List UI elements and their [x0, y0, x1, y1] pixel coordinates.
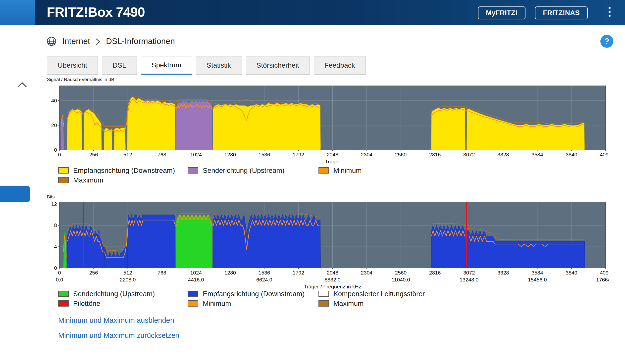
svg-text:3328: 3328: [497, 270, 509, 275]
tab-dsl[interactable]: DSL: [102, 56, 137, 75]
svg-text:0.0: 0.0: [56, 277, 63, 282]
legend-swatch: [318, 167, 329, 174]
tab-störsicherheit[interactable]: Störsicherheit: [246, 56, 310, 75]
legend-swatch: [188, 291, 198, 297]
sidebar-divider: [0, 293, 35, 293]
tab-feedback[interactable]: Feedback: [314, 56, 366, 75]
legend-swatch: [58, 177, 69, 183]
overflow-menu-icon[interactable]: [609, 7, 611, 17]
chevron-right-icon: [96, 37, 101, 46]
snr-spectrum-chart: 0256512768102412801536179220482304256028…: [46, 85, 609, 166]
svg-text:0: 0: [54, 265, 57, 271]
bits-spectrum-chart: 0256512768102412801536179220482304256028…: [46, 201, 609, 291]
svg-text:3584: 3584: [531, 270, 543, 275]
legend-label: Senderichtung (Upstream): [203, 167, 284, 175]
svg-text:3584: 3584: [531, 152, 543, 157]
svg-text:2048: 2048: [327, 270, 338, 275]
svg-text:1792: 1792: [293, 270, 304, 275]
svg-text:13248.0: 13248.0: [460, 277, 478, 282]
svg-text:2560: 2560: [395, 152, 407, 157]
breadcrumb-section[interactable]: Internet: [62, 37, 90, 46]
svg-text:1024: 1024: [190, 270, 202, 275]
svg-text:3840: 3840: [566, 152, 577, 157]
legend-label: Empfangsrichtung (Downstream): [73, 167, 175, 175]
snr-chart-title: Signal / Rausch-Verhältnis in dB: [47, 77, 114, 82]
legend-swatch: [318, 291, 329, 297]
svg-text:768: 768: [157, 152, 166, 157]
svg-text:1536: 1536: [259, 270, 270, 275]
legend-item-maximum: Maximum: [58, 175, 188, 185]
svg-text:768: 768: [157, 270, 166, 275]
svg-text:11040.0: 11040.0: [392, 277, 410, 282]
tab-bar: ÜbersichtDSLSpektrumStatistikStörsicherh…: [47, 56, 366, 75]
svg-text:Träger / Frequenz in kHz: Träger / Frequenz in kHz: [304, 284, 361, 289]
svg-text:3072: 3072: [463, 152, 475, 157]
svg-text:2816: 2816: [429, 152, 441, 157]
legend-item-empfangsrichtung-downstream: Empfangsrichtung (Downstream): [58, 166, 188, 175]
collapse-sidebar-icon[interactable]: [17, 82, 27, 89]
sidebar: [0, 25, 35, 364]
legend-item-empfangsrichtung-downstream: Empfangsrichtung (Downstream): [188, 289, 318, 299]
svg-text:4096: 4096: [600, 152, 609, 157]
svg-text:40: 40: [51, 98, 57, 103]
svg-text:8: 8: [54, 222, 57, 228]
svg-text:8832.0: 8832.0: [324, 277, 340, 282]
svg-text:0: 0: [54, 147, 57, 153]
legend-item-senderichtung-upstream: Senderichtung (Upstream): [188, 166, 318, 175]
myfritz-button[interactable]: MyFRITZ!: [478, 6, 526, 19]
svg-text:3328: 3328: [497, 152, 509, 157]
chart-actions: Minimum und Maximum ausblenden Minimum u…: [58, 316, 179, 340]
legend-item-senderichtung-upstream: Senderichtung (Upstream): [58, 289, 188, 299]
dsl-spektrum-page: { "header": { "title": "FRITZ!Box 7490",…: [0, 0, 625, 364]
svg-text:3072: 3072: [463, 270, 475, 275]
legend-swatch: [58, 167, 69, 174]
svg-text:20: 20: [51, 122, 57, 128]
tab-statistik[interactable]: Statistik: [196, 56, 242, 75]
help-button[interactable]: ?: [600, 35, 613, 48]
svg-text:1536: 1536: [259, 152, 270, 157]
svg-text:12: 12: [51, 201, 57, 207]
legend-label: Kompensierter Leitungsstörer: [333, 290, 425, 298]
legend-item-kompensierter-leitungsstörer: Kompensierter Leitungsstörer: [318, 289, 425, 299]
app-title: FRITZ!Box 7490: [47, 0, 145, 25]
legend-label: Empfangsrichtung (Downstream): [203, 290, 305, 298]
svg-text:256: 256: [89, 152, 98, 157]
svg-text:4416.0: 4416.0: [188, 277, 204, 282]
svg-text:0: 0: [58, 270, 61, 275]
fritznas-button[interactable]: FRITZ!NAS: [535, 6, 588, 19]
svg-text:2560: 2560: [395, 270, 407, 275]
svg-text:1280: 1280: [224, 270, 236, 275]
svg-text:256: 256: [89, 270, 98, 275]
breadcrumb-page: DSL-Informationen: [106, 37, 175, 46]
svg-text:2048: 2048: [327, 152, 338, 157]
svg-text:2304: 2304: [361, 270, 372, 275]
tab-spektrum[interactable]: Spektrum: [141, 56, 192, 75]
sidebar-active-item-internet[interactable]: [0, 186, 30, 202]
legend-label: Minimum: [203, 300, 231, 308]
reset-min-max-link[interactable]: Minimum und Maximum zurücksetzen: [58, 331, 179, 340]
bits-chart-legend: Senderichtung (Upstream)Empfangsrichtung…: [58, 289, 425, 308]
legend-item-minimum: Minimum: [188, 299, 318, 308]
legend-label: Minimum: [333, 167, 362, 175]
legend-label: Maximum: [73, 176, 103, 184]
sidebar-divider: [0, 361, 35, 361]
header-corner-accent: [0, 0, 35, 25]
legend-item-minimum: Minimum: [318, 166, 362, 175]
header-bar: FRITZ!Box 7490 MyFRITZ! FRITZ!NAS: [0, 0, 625, 25]
header-buttons: MyFRITZ! FRITZ!NAS: [478, 6, 588, 19]
tab-übersicht[interactable]: Übersicht: [47, 56, 98, 75]
legend-swatch: [58, 291, 69, 297]
svg-text:512: 512: [123, 152, 132, 157]
svg-text:1024: 1024: [190, 152, 202, 157]
breadcrumb: Internet DSL-Informationen: [46, 34, 175, 48]
hide-min-max-link[interactable]: Minimum und Maximum ausblenden: [58, 316, 179, 324]
legend-swatch: [58, 300, 69, 307]
svg-text:2304: 2304: [361, 152, 372, 157]
svg-text:6624.0: 6624.0: [256, 277, 272, 282]
svg-text:1792: 1792: [293, 152, 304, 157]
svg-text:0: 0: [58, 152, 61, 157]
bits-chart-title: Bits: [47, 194, 55, 200]
svg-text:17664.0: 17664.0: [596, 277, 609, 282]
legend-swatch: [188, 300, 198, 307]
legend-label: Maximum: [333, 300, 364, 308]
